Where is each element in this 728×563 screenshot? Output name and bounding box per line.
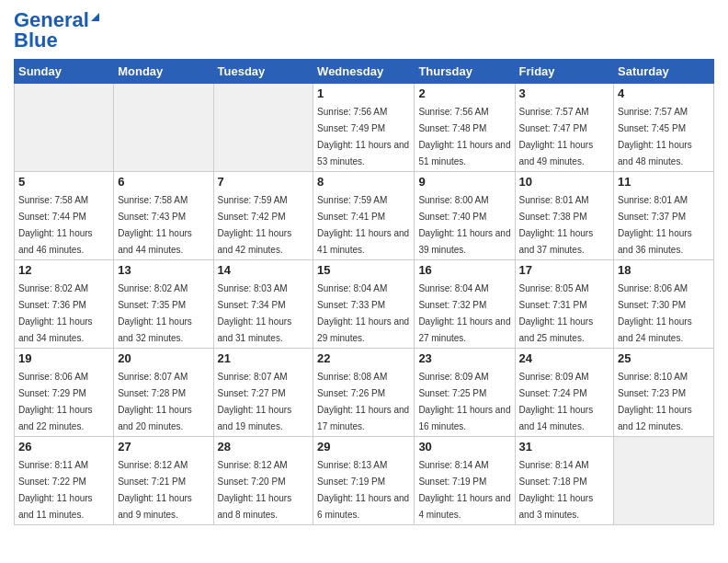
day-number: 14 <box>218 263 310 277</box>
day-number: 9 <box>418 175 510 189</box>
calendar-cell: 20 Sunrise: 8:07 AMSunset: 7:28 PMDaylig… <box>114 349 213 437</box>
calendar-cell: 17 Sunrise: 8:05 AMSunset: 7:31 PMDaylig… <box>515 260 614 349</box>
day-info: Sunrise: 7:58 AMSunset: 7:44 PMDaylight:… <box>18 195 93 255</box>
day-info: Sunrise: 8:09 AMSunset: 7:24 PMDaylight:… <box>519 372 594 431</box>
calendar-cell <box>213 84 313 172</box>
calendar-cell: 2 Sunrise: 7:56 AMSunset: 7:48 PMDayligh… <box>415 84 515 172</box>
day-info: Sunrise: 7:56 AMSunset: 7:48 PMDaylight:… <box>418 107 510 167</box>
day-number: 22 <box>317 351 410 365</box>
day-number: 8 <box>317 175 410 189</box>
day-info: Sunrise: 7:56 AMSunset: 7:49 PMDaylight:… <box>317 107 409 167</box>
calendar-cell: 29 Sunrise: 8:13 AMSunset: 7:19 PMDaylig… <box>313 437 415 525</box>
calendar-week-row: 12 Sunrise: 8:02 AMSunset: 7:36 PMDaylig… <box>15 260 714 349</box>
day-number: 16 <box>418 263 510 277</box>
day-info: Sunrise: 8:04 AMSunset: 7:32 PMDaylight:… <box>418 283 510 343</box>
calendar-cell: 10 Sunrise: 8:01 AMSunset: 7:38 PMDaylig… <box>515 172 614 260</box>
day-info: Sunrise: 8:12 AMSunset: 7:21 PMDaylight:… <box>118 460 192 520</box>
day-info: Sunrise: 8:08 AMSunset: 7:26 PMDaylight:… <box>317 372 409 431</box>
day-info: Sunrise: 7:58 AMSunset: 7:43 PMDaylight:… <box>118 195 192 255</box>
calendar-cell: 4 Sunrise: 7:57 AMSunset: 7:45 PMDayligh… <box>614 84 714 172</box>
calendar-cell: 3 Sunrise: 7:57 AMSunset: 7:47 PMDayligh… <box>515 84 614 172</box>
day-info: Sunrise: 8:01 AMSunset: 7:37 PMDaylight:… <box>618 195 692 255</box>
day-info: Sunrise: 8:07 AMSunset: 7:28 PMDaylight:… <box>118 372 192 431</box>
day-number: 31 <box>519 440 610 454</box>
calendar-cell: 9 Sunrise: 8:00 AMSunset: 7:40 PMDayligh… <box>415 172 515 260</box>
day-info: Sunrise: 8:11 AMSunset: 7:22 PMDaylight:… <box>18 460 93 520</box>
weekday-header: Monday <box>114 60 213 84</box>
page-header: General Blue <box>14 9 714 52</box>
calendar-week-row: 5 Sunrise: 7:58 AMSunset: 7:44 PMDayligh… <box>15 172 714 260</box>
calendar-cell: 19 Sunrise: 8:06 AMSunset: 7:29 PMDaylig… <box>15 349 114 437</box>
calendar-cell: 23 Sunrise: 8:09 AMSunset: 7:25 PMDaylig… <box>415 349 515 437</box>
day-info: Sunrise: 8:13 AMSunset: 7:19 PMDaylight:… <box>317 460 409 520</box>
day-number: 26 <box>18 440 109 454</box>
day-info: Sunrise: 7:57 AMSunset: 7:45 PMDaylight:… <box>618 107 692 167</box>
calendar-cell: 24 Sunrise: 8:09 AMSunset: 7:24 PMDaylig… <box>515 349 614 437</box>
day-info: Sunrise: 8:06 AMSunset: 7:30 PMDaylight:… <box>618 283 692 343</box>
calendar-cell: 18 Sunrise: 8:06 AMSunset: 7:30 PMDaylig… <box>614 260 714 349</box>
calendar-cell: 21 Sunrise: 8:07 AMSunset: 7:27 PMDaylig… <box>213 349 313 437</box>
calendar-cell: 6 Sunrise: 7:58 AMSunset: 7:43 PMDayligh… <box>114 172 213 260</box>
day-number: 18 <box>618 263 710 277</box>
day-info: Sunrise: 8:14 AMSunset: 7:19 PMDaylight:… <box>418 460 510 520</box>
calendar-cell: 14 Sunrise: 8:03 AMSunset: 7:34 PMDaylig… <box>213 260 313 349</box>
day-info: Sunrise: 7:59 AMSunset: 7:42 PMDaylight:… <box>218 195 292 255</box>
day-info: Sunrise: 8:01 AMSunset: 7:38 PMDaylight:… <box>519 195 594 255</box>
day-info: Sunrise: 7:57 AMSunset: 7:47 PMDaylight:… <box>519 107 594 167</box>
calendar-cell: 5 Sunrise: 7:58 AMSunset: 7:44 PMDayligh… <box>15 172 114 260</box>
day-number: 25 <box>618 351 710 365</box>
weekday-header: Sunday <box>15 60 114 84</box>
day-number: 23 <box>418 351 510 365</box>
calendar-cell: 7 Sunrise: 7:59 AMSunset: 7:42 PMDayligh… <box>213 172 313 260</box>
weekday-header: Thursday <box>415 60 515 84</box>
day-number: 15 <box>317 263 410 277</box>
weekday-header: Wednesday <box>313 60 415 84</box>
day-info: Sunrise: 8:07 AMSunset: 7:27 PMDaylight:… <box>218 372 292 431</box>
calendar-cell: 25 Sunrise: 8:10 AMSunset: 7:23 PMDaylig… <box>614 349 714 437</box>
day-number: 10 <box>519 175 610 189</box>
calendar-table: SundayMondayTuesdayWednesdayThursdayFrid… <box>14 59 714 525</box>
logo: General Blue <box>14 9 99 52</box>
day-info: Sunrise: 8:06 AMSunset: 7:29 PMDaylight:… <box>18 372 93 431</box>
day-info: Sunrise: 8:04 AMSunset: 7:33 PMDaylight:… <box>317 283 409 343</box>
day-info: Sunrise: 8:02 AMSunset: 7:35 PMDaylight:… <box>118 283 192 343</box>
day-number: 13 <box>118 263 209 277</box>
calendar-cell: 15 Sunrise: 8:04 AMSunset: 7:33 PMDaylig… <box>313 260 415 349</box>
calendar-week-row: 1 Sunrise: 7:56 AMSunset: 7:49 PMDayligh… <box>15 84 714 172</box>
calendar-cell: 31 Sunrise: 8:14 AMSunset: 7:18 PMDaylig… <box>515 437 614 525</box>
day-info: Sunrise: 8:14 AMSunset: 7:18 PMDaylight:… <box>519 460 594 520</box>
day-number: 1 <box>317 86 410 100</box>
day-info: Sunrise: 8:00 AMSunset: 7:40 PMDaylight:… <box>418 195 510 255</box>
day-info: Sunrise: 7:59 AMSunset: 7:41 PMDaylight:… <box>317 195 409 255</box>
day-number: 6 <box>118 175 209 189</box>
day-number: 30 <box>418 440 510 454</box>
weekday-header-row: SundayMondayTuesdayWednesdayThursdayFrid… <box>15 60 714 84</box>
calendar-cell: 11 Sunrise: 8:01 AMSunset: 7:37 PMDaylig… <box>614 172 714 260</box>
weekday-header: Friday <box>515 60 614 84</box>
calendar-cell: 30 Sunrise: 8:14 AMSunset: 7:19 PMDaylig… <box>415 437 515 525</box>
calendar-cell: 16 Sunrise: 8:04 AMSunset: 7:32 PMDaylig… <box>415 260 515 349</box>
calendar-cell <box>114 84 213 172</box>
day-info: Sunrise: 8:02 AMSunset: 7:36 PMDaylight:… <box>18 283 93 343</box>
logo-text-blue: Blue <box>14 29 58 52</box>
day-number: 12 <box>18 263 109 277</box>
calendar-cell <box>15 84 114 172</box>
weekday-header: Tuesday <box>213 60 313 84</box>
day-number: 21 <box>218 351 310 365</box>
day-info: Sunrise: 8:03 AMSunset: 7:34 PMDaylight:… <box>218 283 292 343</box>
day-number: 28 <box>218 440 310 454</box>
calendar-cell: 1 Sunrise: 7:56 AMSunset: 7:49 PMDayligh… <box>313 84 415 172</box>
calendar-cell: 8 Sunrise: 7:59 AMSunset: 7:41 PMDayligh… <box>313 172 415 260</box>
day-number: 27 <box>118 440 209 454</box>
day-number: 5 <box>18 175 109 189</box>
calendar-cell: 12 Sunrise: 8:02 AMSunset: 7:36 PMDaylig… <box>15 260 114 349</box>
calendar-week-row: 19 Sunrise: 8:06 AMSunset: 7:29 PMDaylig… <box>15 349 714 437</box>
calendar-cell <box>614 437 714 525</box>
day-number: 17 <box>519 263 610 277</box>
day-number: 20 <box>118 351 209 365</box>
calendar-cell: 27 Sunrise: 8:12 AMSunset: 7:21 PMDaylig… <box>114 437 213 525</box>
calendar-cell: 28 Sunrise: 8:12 AMSunset: 7:20 PMDaylig… <box>213 437 313 525</box>
day-info: Sunrise: 8:05 AMSunset: 7:31 PMDaylight:… <box>519 283 594 343</box>
weekday-header: Saturday <box>614 60 714 84</box>
day-number: 19 <box>18 351 109 365</box>
